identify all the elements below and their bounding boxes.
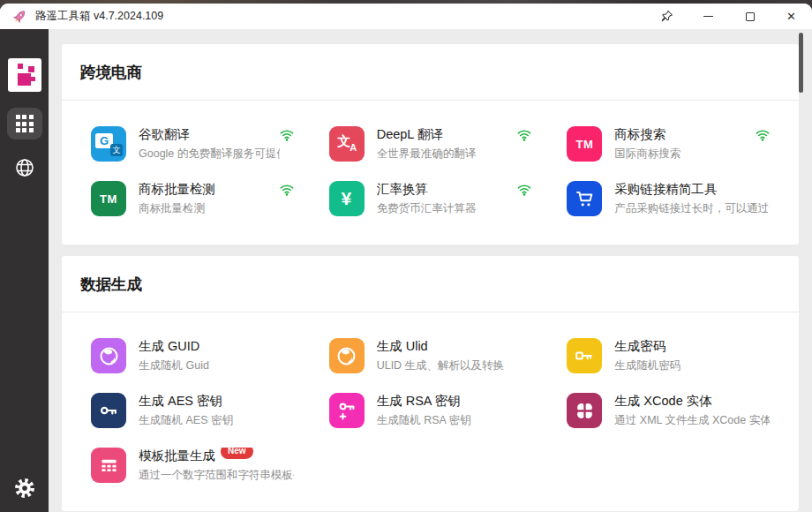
pin-button[interactable]: [646, 4, 688, 29]
tool-subtitle: 全世界最准确的翻译: [377, 147, 518, 162]
google-translate-icon: G文: [91, 126, 126, 162]
cart-icon: [567, 181, 602, 216]
tool-title: 生成 Ulid: [377, 338, 428, 355]
key-plus-icon: [329, 393, 365, 428]
vertical-scrollbar[interactable]: [799, 33, 803, 93]
globe-icon: [91, 338, 126, 373]
text-icon: TM: [567, 126, 602, 162]
clover-glyph: [574, 400, 596, 422]
tool-body: 模板批量生成 New 通过一个数字范围和字符串模板生成: [139, 448, 294, 483]
cart-glyph: [575, 189, 595, 209]
tool-item[interactable]: ¥ 汇率换算 免费货币汇率计算器: [312, 177, 550, 232]
window-title: 路遥工具箱 v4.7.2024.109: [35, 9, 163, 24]
wifi-icon: [280, 181, 294, 200]
tool-body: 采购链接精简工具 产品采购链接过长时，可以通过该工: [614, 181, 770, 216]
app-window: 路遥工具箱 v4.7.2024.109 ✕: [0, 4, 812, 512]
tool-subtitle: 商标批量检测: [139, 201, 280, 216]
sidebar-item-all-tools[interactable]: [7, 108, 42, 139]
wifi-icon: [280, 126, 294, 145]
section-tools: 生成 GUID 生成随机 Guid 生成 Ulid ULID 生成、解析以及转换: [62, 312, 799, 511]
logo-pixel: [28, 66, 34, 72]
tool-item[interactable]: 文A DeepL 翻译 全世界最准确的翻译: [312, 123, 550, 177]
sidebar-item-settings[interactable]: [0, 477, 49, 500]
logo-pixel: [18, 73, 31, 86]
tool-body: 生成 Ulid ULID 生成、解析以及转换: [377, 338, 532, 373]
tool-item[interactable]: 生成 XCode 实体 通过 XML 文件生成 XCode 实体: [549, 389, 787, 444]
tool-subtitle: 通过 XML 文件生成 XCode 实体: [614, 413, 770, 428]
wifi-icon: [517, 181, 531, 200]
template-icon: [91, 448, 126, 483]
globe-icon: [14, 157, 35, 178]
section-card: 跨境电商 G文 谷歌翻译 Google 的免费翻译服务可提供简体 文A Deep…: [62, 44, 799, 245]
sections: 跨境电商 G文 谷歌翻译 Google 的免费翻译服务可提供简体 文A Deep…: [62, 44, 799, 511]
wifi-icon: [756, 126, 770, 145]
tool-subtitle: 免费货币汇率计算器: [377, 201, 518, 216]
wifi-glyph: [517, 184, 531, 196]
tool-item[interactable]: TM 商标批量检测 商标批量检测: [73, 177, 312, 232]
main-content: 跨境电商 G文 谷歌翻译 Google 的免费翻译服务可提供简体 文A Deep…: [49, 29, 812, 512]
grid-icon: [16, 115, 34, 132]
text-icon: ¥: [329, 181, 365, 216]
deepl-icon: 文A: [329, 126, 365, 162]
tool-title: 商标批量检测: [139, 181, 215, 198]
tool-subtitle: 生成随机密码: [614, 358, 770, 373]
globe-glyph: [98, 345, 120, 367]
tool-subtitle: ULID 生成、解析以及转换: [377, 358, 532, 373]
wifi-icon: [517, 126, 531, 145]
window-controls: ✕: [646, 4, 812, 29]
wifi-glyph: [280, 129, 294, 141]
tool-subtitle: 产品采购链接过长时，可以通过该工: [614, 201, 770, 216]
tool-item[interactable]: 生成 RSA 密钥 生成随机 RSA 密钥: [312, 389, 550, 444]
tool-subtitle: 生成随机 RSA 密钥: [377, 413, 532, 428]
tool-item[interactable]: 采购链接精简工具 产品采购链接过长时，可以通过该工: [549, 177, 787, 232]
tool-body: 汇率换算 免费货币汇率计算器: [377, 181, 518, 216]
wifi-glyph: [280, 184, 294, 196]
close-button[interactable]: ✕: [771, 4, 812, 29]
section-card: 数据生成 生成 GUID 生成随机 Guid 生成 Ulid ULI: [62, 256, 799, 511]
new-badge: New: [221, 448, 253, 459]
tool-title: 模板批量生成: [139, 448, 215, 464]
tool-item[interactable]: TM 商标搜索 国际商标搜索: [549, 123, 787, 177]
key-rect-icon: [567, 338, 602, 373]
gear-icon: [13, 477, 36, 500]
section-tools: G文 谷歌翻译 Google 的免费翻译服务可提供简体 文A DeepL 翻译 …: [62, 101, 799, 245]
tool-title: 采购链接精简工具: [614, 181, 717, 198]
clover-icon: [567, 393, 602, 428]
logo-pixel: [31, 77, 35, 81]
tool-title: 商标搜索: [614, 126, 665, 143]
tool-body: 生成 RSA 密钥 生成随机 RSA 密钥: [377, 393, 532, 428]
tool-item[interactable]: 生成 GUID 生成随机 Guid: [73, 335, 312, 389]
tool-item[interactable]: G文 谷歌翻译 Google 的免费翻译服务可提供简体: [73, 123, 312, 177]
tool-body: 生成 AES 密钥 生成随机 AES 密钥: [139, 393, 294, 428]
minimize-button[interactable]: [688, 4, 729, 29]
tool-body: DeepL 翻译 全世界最准确的翻译: [377, 126, 518, 162]
section-header: 跨境电商: [62, 44, 799, 101]
app-logo[interactable]: [8, 58, 41, 92]
tool-item[interactable]: 生成 Ulid ULID 生成、解析以及转换: [312, 335, 550, 389]
logo-pixel: [18, 64, 23, 69]
tool-title: 生成 RSA 密钥: [377, 393, 461, 410]
tool-item[interactable]: 模板批量生成 New 通过一个数字范围和字符串模板生成: [73, 444, 312, 499]
maximize-button[interactable]: [729, 4, 771, 29]
text-icon: TM: [91, 181, 126, 216]
minimize-icon: [703, 16, 713, 17]
tool-body: 商标批量检测 商标批量检测: [139, 181, 280, 216]
pin-icon: [660, 10, 673, 23]
tool-body: 生成密码 生成随机密码: [614, 338, 770, 373]
tool-item[interactable]: 生成密码 生成随机密码: [549, 335, 787, 389]
titlebar[interactable]: 路遥工具箱 v4.7.2024.109 ✕: [0, 4, 812, 29]
rocket-icon: [11, 9, 27, 25]
tool-subtitle: 通过一个数字范围和字符串模板生成: [139, 468, 294, 483]
globe-icon: [329, 338, 365, 373]
key-glyph: [574, 345, 595, 366]
template-glyph: [99, 456, 119, 476]
app-body: 跨境电商 G文 谷歌翻译 Google 的免费翻译服务可提供简体 文A Deep…: [0, 29, 812, 512]
maximize-icon: [746, 12, 755, 21]
globe-glyph: [335, 345, 357, 367]
tool-subtitle: 生成随机 Guid: [139, 358, 294, 373]
tool-body: 生成 GUID 生成随机 Guid: [139, 338, 294, 373]
sidebar: [0, 29, 49, 512]
tool-title: 生成 XCode 实体: [614, 393, 711, 410]
sidebar-item-web[interactable]: [7, 154, 42, 181]
tool-item[interactable]: 生成 AES 密钥 生成随机 AES 密钥: [73, 389, 312, 444]
